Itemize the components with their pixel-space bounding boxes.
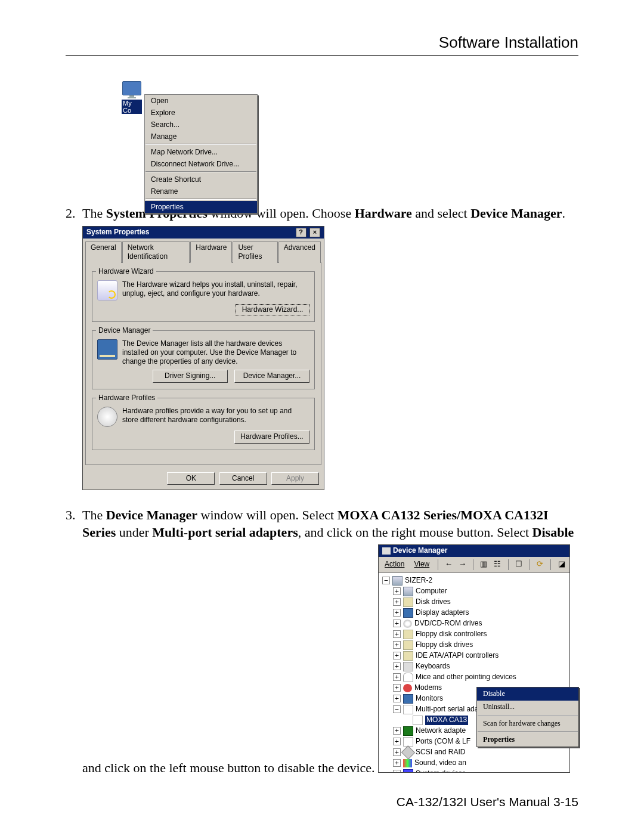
my-computer-label: My Co [122, 100, 142, 114]
ctx-explore[interactable]: Explore [145, 107, 257, 119]
ctx-disconnect-drive[interactable]: Disconnect Network Drive... [145, 158, 257, 170]
tab-general[interactable]: General [85, 241, 122, 263]
step-3-number: 3. [66, 507, 82, 776]
ctx-manage[interactable]: Manage [145, 131, 257, 143]
device-node[interactable]: Computer [416, 587, 447, 596]
menu-view[interactable]: View [410, 560, 433, 569]
apply-button[interactable]: Apply [271, 472, 319, 485]
toolbar-btn-1[interactable]: ▥ [478, 558, 490, 571]
dm-text: The Device Manager lists all the hardwar… [122, 339, 309, 366]
toolbar-btn-2[interactable]: ☷ [492, 558, 503, 571]
device-node[interactable]: Mice and other pointing devices [416, 673, 516, 682]
device-icon [403, 662, 413, 671]
device-node[interactable]: Monitors [416, 694, 443, 704]
toolbar-btn-5[interactable]: ◪ [556, 558, 567, 571]
step-2-text: The System Properties window will open. … [82, 205, 565, 490]
hw-wizard-legend: Hardware Wizard [96, 267, 156, 277]
ctx-uninstall[interactable]: Uninstall... [477, 701, 578, 714]
expand-node[interactable] [393, 673, 401, 681]
device-icon [403, 630, 413, 639]
device-icon [403, 684, 412, 692]
expand-node[interactable] [393, 684, 401, 692]
menu-action[interactable]: Action [381, 560, 408, 569]
my-computer-icon[interactable]: My Co [122, 81, 142, 107]
step-3-text: The Device Manager window will open. Sel… [82, 507, 578, 776]
sysprops-title: System Properties [86, 228, 149, 237]
device-icon [403, 620, 412, 628]
device-node[interactable]: Modems [414, 683, 442, 693]
ctx-map-drive[interactable]: Map Network Drive... [145, 146, 257, 158]
expand-node[interactable] [393, 759, 401, 767]
device-icon [403, 587, 413, 596]
ctx-scan[interactable]: Scan for hardware changes [477, 717, 578, 730]
expand-node[interactable] [393, 598, 401, 606]
tab-user-profiles[interactable]: User Profiles [233, 241, 277, 263]
device-icon [403, 597, 413, 607]
device-node[interactable]: Display adapters [416, 608, 469, 618]
tab-hardware[interactable]: Hardware [190, 241, 232, 263]
device-icon [403, 769, 413, 772]
device-node[interactable]: Floppy disk controllers [416, 630, 487, 639]
devmgr-title: Device Manager [393, 546, 447, 556]
expand-node[interactable] [393, 630, 401, 638]
expand-node[interactable] [393, 587, 401, 595]
moxa-node[interactable]: MOXA CA13 [425, 716, 468, 725]
close-button[interactable]: × [309, 228, 320, 237]
toolbar-refresh-icon[interactable]: ⟳ [534, 558, 546, 571]
expand-node[interactable] [393, 641, 401, 649]
device-node[interactable]: IDE ATA/ATAPI controllers [416, 651, 499, 661]
device-icon [403, 737, 413, 747]
ctx-disable[interactable]: Disable [477, 688, 578, 701]
toolbar-properties-icon[interactable]: ☐ [513, 558, 525, 571]
expand-root[interactable] [382, 577, 390, 584]
expand-node[interactable] [393, 609, 401, 617]
expand-node[interactable] [393, 662, 401, 670]
toolbar-forward-icon[interactable]: → [457, 558, 468, 571]
device-node[interactable]: DVD/CD-ROM drives [414, 619, 482, 628]
expand-node[interactable] [393, 727, 401, 735]
toolbar-back-icon[interactable]: ← [443, 558, 454, 571]
wizard-icon [97, 280, 117, 301]
expand-node[interactable] [393, 695, 401, 702]
cancel-button[interactable]: Cancel [219, 472, 267, 485]
device-node[interactable]: System devices [416, 769, 466, 772]
device-context-menu: Disable Uninstall... Scan for hardware c… [476, 687, 579, 747]
ctx-properties[interactable]: Properties [477, 733, 578, 747]
device-node[interactable]: Ports (COM & LF [416, 737, 470, 747]
ctx-rename[interactable]: Rename [145, 185, 257, 197]
expand-node[interactable] [393, 652, 401, 659]
hardware-profiles-button[interactable]: Hardware Profiles... [234, 431, 309, 444]
device-node[interactable]: Floppy disk drives [416, 640, 473, 650]
context-menu: Open Explore Search... Manage Map Networ… [144, 94, 258, 213]
tab-advanced[interactable]: Advanced [278, 241, 321, 263]
driver-signing-button[interactable]: Driver Signing... [153, 370, 228, 383]
device-manager-button[interactable]: Device Manager... [234, 370, 309, 383]
expand-node[interactable] [393, 620, 401, 627]
device-node[interactable]: Network adapte [416, 726, 466, 736]
tab-network-id[interactable]: Network Identification [122, 241, 190, 263]
step-2-number: 2. [66, 205, 82, 490]
root-node[interactable]: SIZER-2 [405, 576, 432, 586]
dm-legend: Device Manager [96, 326, 153, 336]
ctx-create-shortcut[interactable]: Create Shortcut [145, 174, 257, 185]
expand-multiport[interactable] [393, 705, 401, 713]
ctx-search[interactable]: Search... [145, 119, 257, 131]
device-icon [403, 694, 413, 704]
page-footer: CA-132/132I User's Manual 3-15 [397, 795, 578, 809]
expand-node[interactable] [393, 738, 401, 745]
device-icon [403, 640, 413, 650]
help-button[interactable]: ? [296, 228, 306, 237]
ctx-properties[interactable]: Properties [145, 201, 257, 213]
device-node[interactable]: Sound, video an [414, 758, 466, 768]
ok-button[interactable]: OK [167, 472, 215, 485]
device-node[interactable]: SCSI and RAID [416, 748, 465, 757]
device-icon [403, 726, 413, 736]
ctx-open[interactable]: Open [145, 95, 257, 107]
hardware-wizard-button[interactable]: Hardware Wizard... [236, 304, 309, 316]
system-properties-dialog: System Properties ? × General Network Id… [82, 226, 324, 491]
device-node[interactable]: Keyboards [416, 662, 450, 671]
device-node[interactable]: Disk drives [416, 597, 451, 607]
expand-node[interactable] [393, 748, 401, 756]
mycomputer-context-figure: My Co Open Explore Search... Manage Map … [120, 80, 259, 198]
expand-node[interactable] [393, 770, 401, 772]
